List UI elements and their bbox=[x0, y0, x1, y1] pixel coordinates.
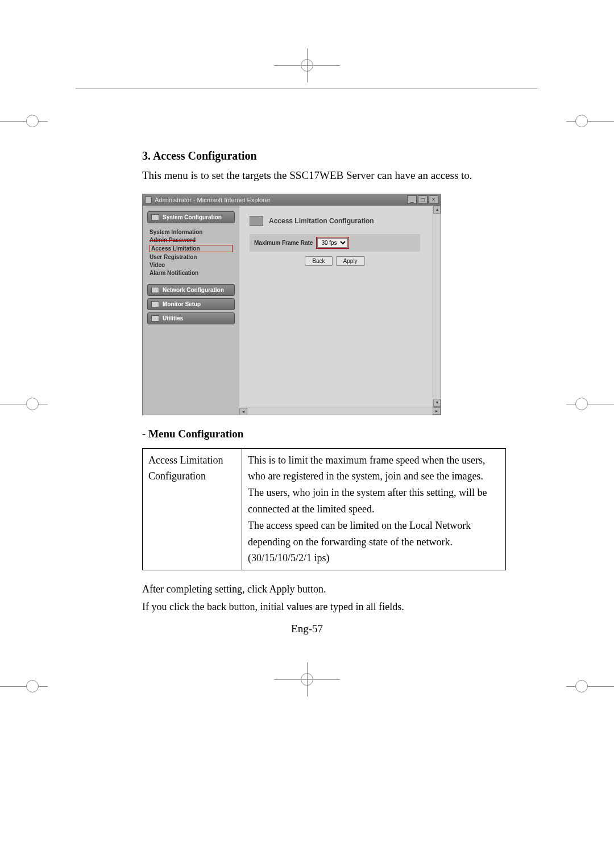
window-close-button[interactable]: × bbox=[429, 195, 438, 204]
crop-mark-right bbox=[566, 111, 614, 131]
browser-window: Administrator - Microsoft Internet Explo… bbox=[142, 194, 441, 415]
note-apply: After completing setting, click Apply bu… bbox=[142, 581, 497, 598]
field-label: Maximum Frame Rate bbox=[254, 240, 313, 246]
main-pane: Access Limitation Configuration Maximum … bbox=[239, 206, 441, 415]
sidebar: System Configuration System Information … bbox=[143, 206, 239, 415]
nav-system-configuration[interactable]: System Configuration bbox=[147, 211, 235, 223]
sidebar-item-system-information[interactable]: System Information bbox=[150, 229, 233, 235]
nav-label: Monitor Setup bbox=[163, 301, 201, 307]
form-row-max-frame-rate: Maximum Frame Rate 30 fps bbox=[250, 234, 420, 252]
crop-mark-right bbox=[566, 676, 614, 696]
nav-utilities[interactable]: Utilities bbox=[147, 312, 235, 324]
monitor-icon bbox=[151, 214, 159, 220]
crop-mark-top bbox=[297, 48, 317, 82]
section-heading: 3. Access Configuration bbox=[142, 149, 497, 162]
sidebar-item-alarm-notification[interactable]: Alarm Notification bbox=[150, 270, 233, 276]
nav-label: System Configuration bbox=[163, 214, 222, 220]
panel-title: Access Limitation Configuration bbox=[269, 217, 374, 225]
page-number: Eng-57 bbox=[291, 623, 323, 635]
tools-icon bbox=[151, 315, 159, 322]
window-title: Administrator - Microsoft Internet Explo… bbox=[155, 197, 271, 203]
crop-mark-right bbox=[566, 394, 614, 414]
ie-icon bbox=[145, 197, 152, 203]
row-label: Configuration bbox=[148, 468, 236, 485]
panel-icon bbox=[250, 216, 263, 226]
scroll-right-icon[interactable]: ▸ bbox=[433, 407, 441, 415]
scroll-down-icon[interactable]: ▾ bbox=[433, 399, 441, 407]
window-max-button[interactable]: □ bbox=[418, 195, 428, 204]
note-back: If you click the back button, initial va… bbox=[142, 598, 497, 616]
vertical-scrollbar[interactable]: ▴ ▾ bbox=[433, 206, 441, 407]
sidebar-item-user-registration[interactable]: User Registration bbox=[150, 254, 233, 260]
sidebar-item-admin-password[interactable]: Admin Password bbox=[150, 237, 233, 243]
row-description: This is to limit the maximum frame speed… bbox=[242, 448, 506, 570]
row-label: Access Limitation bbox=[148, 452, 236, 469]
nav-network-configuration[interactable]: Network Configuration bbox=[147, 284, 235, 296]
menu-config-table: Access Limitation Configuration This is … bbox=[142, 448, 506, 571]
max-frame-rate-select[interactable]: 30 fps bbox=[317, 238, 348, 248]
crop-mark-left bbox=[0, 394, 48, 414]
back-button[interactable]: Back bbox=[305, 256, 332, 266]
apply-button[interactable]: Apply bbox=[336, 256, 365, 266]
sidebar-item-access-limitation[interactable]: Access Limitation bbox=[150, 245, 233, 252]
menu-config-heading: - Menu Configuration bbox=[142, 428, 497, 440]
monitor-icon bbox=[151, 301, 159, 307]
network-icon bbox=[151, 287, 159, 293]
scroll-up-icon[interactable]: ▴ bbox=[433, 206, 441, 214]
window-titlebar: Administrator - Microsoft Internet Explo… bbox=[143, 194, 441, 206]
nav-label: Network Configuration bbox=[163, 287, 224, 293]
nav-sublist: System Information Admin Password Access… bbox=[147, 226, 235, 282]
nav-label: Utilities bbox=[163, 315, 183, 322]
scroll-left-icon[interactable]: ◂ bbox=[239, 408, 247, 415]
crop-mark-left bbox=[0, 676, 48, 696]
sidebar-item-video[interactable]: Video bbox=[150, 262, 233, 268]
crop-mark-left bbox=[0, 111, 48, 131]
section-intro: This menu is to set the targets the SSC1… bbox=[142, 168, 497, 183]
nav-monitor-setup[interactable]: Monitor Setup bbox=[147, 298, 235, 310]
horizontal-scrollbar[interactable]: ◂ ▸ bbox=[239, 407, 441, 415]
table-row: Access Limitation Configuration This is … bbox=[143, 448, 506, 570]
window-min-button[interactable]: _ bbox=[407, 195, 417, 204]
